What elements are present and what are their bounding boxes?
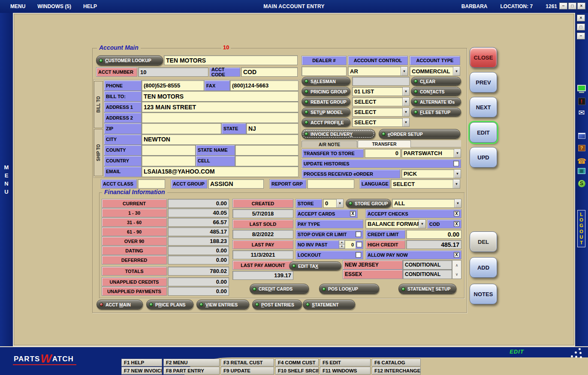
alternate-ids-button[interactable]: ALTERNATE IDs [411,97,461,106]
restore-icon[interactable]: □ [568,3,576,9]
setup-model-button[interactable]: SETUP MODEL [302,108,350,117]
bill-to-field[interactable]: TEN MOTORS [142,91,299,102]
fkey-f5[interactable]: F5 EDIT [320,359,371,366]
no-inv-past-spinner[interactable]: ▲▼ [339,240,344,249]
pay-type-dropdown[interactable]: BALANCE FORWARD▼ [365,219,426,228]
store-group-dropdown[interactable]: ALL▼ [392,199,461,208]
language-dropdown[interactable]: SELECT▼ [391,179,460,189]
close-button[interactable]: CLOSE [470,47,497,68]
state-field[interactable]: NJ [246,123,299,134]
close-icon[interactable]: × [577,3,585,9]
address1-field[interactable]: 123 MAIN STREET [142,102,299,112]
pricing-group-dropdown[interactable]: 01 LIST▼ [352,87,410,96]
chevron-down-icon[interactable]: ▼ [401,67,407,75]
no-inv-past-field[interactable]: 0 [344,240,356,249]
account-control-dropdown[interactable]: AR▼ [348,66,408,76]
rebate-group-dropdown[interactable]: SELECT▼ [352,97,410,106]
notes-button[interactable]: NOTES [470,284,497,304]
credit-limit-field[interactable]: 0.00 [406,230,461,239]
minimize-icon[interactable]: – [559,3,567,9]
edit-tax-button[interactable]: EDIT TAX [289,261,341,270]
fkey-f9[interactable]: F9 UPDATE [221,367,274,375]
accept-cards-checkbox[interactable]: X [350,211,356,216]
transfer-tab[interactable]: TRANSFER [358,140,411,147]
chevron-down-icon[interactable]: ▼ [454,199,461,207]
process-eorder-dropdown[interactable]: PICK▼ [401,169,461,178]
phone-field[interactable]: (800)525-8555 [142,80,204,91]
skype-icon[interactable]: S [577,180,586,187]
fleet-setup-button[interactable]: FLEET SETUP [411,108,461,117]
parts-box-icon[interactable] [577,133,586,139]
fkey-f11[interactable]: F11 WINDOWS [320,367,371,375]
fkey-f1[interactable]: F1 HELP [121,359,162,366]
prev-button[interactable]: PREV [470,72,497,93]
credit-cards-button[interactable]: CREDIT CARDS [250,284,309,294]
acct-group-field[interactable]: ASSIGN [208,179,264,189]
fkey-f4[interactable]: F4 COMM CUST [275,359,319,366]
clear-button[interactable]: CLEAR [411,77,461,86]
alert-icon[interactable]: ! [577,98,586,105]
bill-to-tab[interactable]: BILL TO [94,81,103,128]
chevron-down-icon[interactable]: ▼ [336,199,343,207]
fkey-f8[interactable]: F8 PART ENTRY [163,367,220,375]
email-field[interactable]: LSAIA158@YAHOO.COM [142,166,299,177]
chevron-down-icon[interactable]: ▼ [453,180,460,188]
workstation-icon[interactable] [577,85,586,93]
chevron-down-icon[interactable]: ▼ [454,170,461,178]
ar-note-tab[interactable]: A/R NOTE [302,141,357,147]
fkey-f10[interactable]: F10 SHELF SRCING [275,367,319,375]
pricing-group-button[interactable]: PRICING GROUP [302,87,350,96]
del-button[interactable]: DEL [470,231,497,252]
inner-close-icon[interactable]: × [577,15,585,21]
address2-field[interactable] [142,112,299,123]
store-dropdown[interactable]: 0▼ [323,199,344,208]
fkey-f3[interactable]: F3 RETAIL CUST [221,359,274,366]
acct-code-field[interactable]: COD [241,67,298,77]
stop-over-cr-limit-checkbox[interactable] [356,231,361,237]
zip-field[interactable] [142,123,221,134]
eorder-setup-button[interactable]: eORDER SETUP [379,129,460,139]
upd-button[interactable]: UPD [470,147,497,168]
state-name-field[interactable] [235,145,299,156]
lockout-checkbox[interactable] [356,252,361,258]
edit-button[interactable]: EDIT [470,122,497,143]
accept-checks-checkbox[interactable]: X [454,211,459,216]
statement-setup-button[interactable]: STATEMENT SETUP [398,284,456,294]
scroll-down-icon[interactable]: ∨ [452,270,461,279]
allow-pay-now-checkbox[interactable]: X [454,252,459,258]
acct-profile-button[interactable]: ACCT PROFILE [302,118,350,127]
fkey-f2[interactable]: F2 MENU [163,359,220,366]
setup-model-dropdown[interactable]: SELECT▼ [352,108,410,117]
county-field[interactable] [142,145,196,156]
inner-minimize-icon[interactable]: – [577,33,585,39]
next-button[interactable]: NEXT [470,97,497,117]
report-grp-field[interactable] [307,179,354,189]
acct-class-field[interactable] [138,179,165,189]
contacts-button[interactable]: CONTACTS [411,87,461,96]
customer-lookup-button[interactable]: CUSTOMER LOOKUP [96,55,163,66]
transfer-to-store-field[interactable]: 0 [365,149,401,158]
invoice-delivery-button[interactable]: INVOICE DELIVERY [302,129,375,139]
account-type-dropdown[interactable]: COMMERCIAL▼ [410,66,460,76]
chevron-down-icon[interactable]: ▼ [453,67,460,75]
update-histories-checkbox[interactable] [453,161,459,166]
calculator-icon[interactable]: ▦ [577,168,586,174]
chevron-down-icon[interactable]: ▼ [402,98,409,106]
dealer-number-field[interactable] [302,66,347,76]
nav-price-plans-button[interactable]: PRICE PLANS [146,300,193,309]
nav-acct-main-button[interactable]: ACCT MAIN [96,300,143,309]
fkey-f12[interactable]: F12 INTERCHANGE [372,367,421,375]
mail-icon[interactable]: ✉ [577,108,586,117]
nav-view-entries-button[interactable]: VIEW ENTRIES [196,300,249,309]
tax-list-scrollbar[interactable]: ∧ ∨ [452,260,461,279]
chevron-down-icon[interactable]: ▼ [402,108,409,116]
nav-statement-button[interactable]: STATEMENT [303,300,355,309]
menu-vertical-button[interactable]: MENU [3,164,9,196]
cell-field[interactable] [235,156,299,166]
fkey-f7[interactable]: F7 NEW INVOICE [121,367,162,375]
chevron-down-icon[interactable]: ▼ [454,149,461,157]
scroll-up-icon[interactable]: ∧ [452,261,461,270]
catalog-book-icon[interactable]: ? [577,145,586,151]
phone-icon[interactable]: ☎ [577,157,586,166]
transfer-store-dropdown[interactable]: PARTSWATCH▼ [401,149,461,158]
